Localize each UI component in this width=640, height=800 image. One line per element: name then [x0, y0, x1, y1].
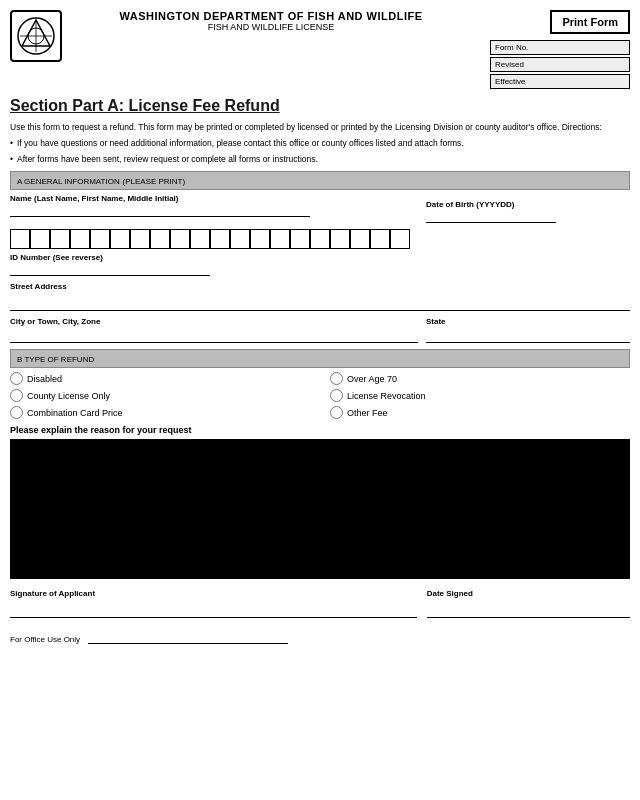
agency-title: WASHINGTON DEPARTMENT OF FISH AND WILDLI… [72, 10, 470, 32]
section-a-header: A General Information (PLEASE PRINT) [10, 171, 630, 190]
signature-line [10, 600, 417, 618]
refund-option-county-license: County License Only [10, 389, 310, 402]
refund-options-grid: Disabled Over Age 70 County License Only… [10, 372, 630, 419]
name-cell-6[interactable] [110, 229, 130, 249]
signature-field: Signature of Applicant [10, 589, 417, 618]
radio-revocation[interactable] [330, 389, 343, 402]
name-cell-8[interactable] [150, 229, 170, 249]
city-field: City or Town, City, Zone [10, 317, 418, 343]
refund-option-combination: Combination Card Price [10, 406, 310, 419]
refund-option-other: Other Fee [330, 406, 630, 419]
signature-row: Signature of Applicant Date Signed [10, 589, 630, 618]
name-cell-10[interactable] [190, 229, 210, 249]
name-dob-row: Name (Last Name, First Name, Middle Init… [10, 194, 630, 223]
name-cell-12[interactable] [230, 229, 250, 249]
name-field: Name (Last Name, First Name, Middle Init… [10, 194, 418, 223]
name-cell-3[interactable] [50, 229, 70, 249]
name-cell-13[interactable] [250, 229, 270, 249]
name-cell-19[interactable] [370, 229, 390, 249]
reason-textarea[interactable] [10, 439, 630, 579]
name-cell-5[interactable] [90, 229, 110, 249]
state-field: State [426, 317, 630, 343]
address-input[interactable] [10, 293, 630, 311]
radio-county-license[interactable] [10, 389, 23, 402]
header-right: Print Form Form No. Revised Effective [470, 10, 630, 89]
name-cell-18[interactable] [350, 229, 370, 249]
org-name-text: WASHINGTON DEPARTMENT OF FISH AND WILDLI… [72, 10, 470, 22]
radio-over70[interactable] [330, 372, 343, 385]
revised-box: Revised [490, 57, 630, 72]
radio-disabled[interactable] [10, 372, 23, 385]
sub-title-text: FISH AND WILDLIFE LICENSE [72, 22, 470, 32]
name-cell-4[interactable] [70, 229, 90, 249]
section-b-header: B Type of Refund [10, 349, 630, 368]
name-cell-14[interactable] [270, 229, 290, 249]
print-form-button[interactable]: Print Form [550, 10, 630, 34]
date-signed-line [427, 600, 630, 618]
agency-logo [10, 10, 62, 62]
city-input[interactable] [10, 327, 418, 343]
name-cell-17[interactable] [330, 229, 350, 249]
radio-other[interactable] [330, 406, 343, 419]
name-cell-16[interactable] [310, 229, 330, 249]
name-cell-9[interactable] [170, 229, 190, 249]
name-cell-11[interactable] [210, 229, 230, 249]
instructions-block: Use this form to request a refund. This … [10, 121, 630, 165]
address-section: Street Address [10, 282, 630, 311]
name-cell-2[interactable] [30, 229, 50, 249]
city-state-row: City or Town, City, Zone State [10, 317, 630, 343]
state-input[interactable] [426, 327, 630, 343]
form-number-box: Form No. [490, 40, 630, 55]
name-char-cells [10, 229, 630, 249]
name-cell-1[interactable] [10, 229, 30, 249]
refund-option-over70: Over Age 70 [330, 372, 630, 385]
name-cell-20[interactable] [390, 229, 410, 249]
office-use-section: For Office Use Only [10, 624, 630, 644]
id-number-field: ID Number (See reverse) [10, 253, 630, 276]
name-cell-15[interactable] [290, 229, 310, 249]
reason-label: Please explain the reason for your reque… [10, 425, 630, 435]
page-header: WASHINGTON DEPARTMENT OF FISH AND WILDLI… [10, 10, 630, 89]
refund-option-disabled: Disabled [10, 372, 310, 385]
name-cells-row [10, 204, 418, 217]
approved-by-line [88, 626, 288, 644]
date-signed-field: Date Signed [427, 589, 630, 618]
refund-option-revocation: License Revocation [330, 389, 630, 402]
name-cell-7[interactable] [130, 229, 150, 249]
radio-combination[interactable] [10, 406, 23, 419]
id-number-input[interactable] [10, 263, 210, 276]
effective-box: Effective [490, 74, 630, 89]
dob-input[interactable] [426, 210, 556, 223]
name-input[interactable] [10, 204, 310, 217]
form-title: Section Part A: License Fee Refund [10, 97, 630, 115]
dob-field: Date of Birth (YYYYDD) [426, 200, 630, 223]
